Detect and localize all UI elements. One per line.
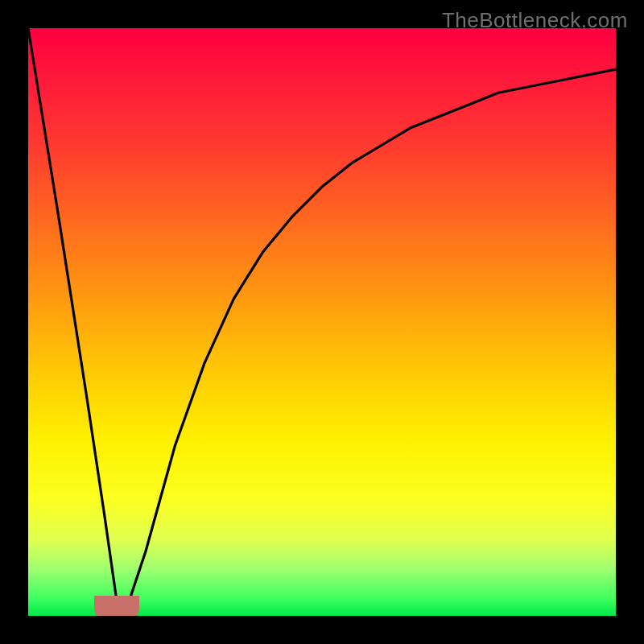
optimum-marker [94,596,139,616]
curve-path [28,28,616,604]
bottleneck-curve [28,28,616,616]
plot-area [28,28,616,616]
chart-frame: TheBottleneck.com [0,0,644,644]
